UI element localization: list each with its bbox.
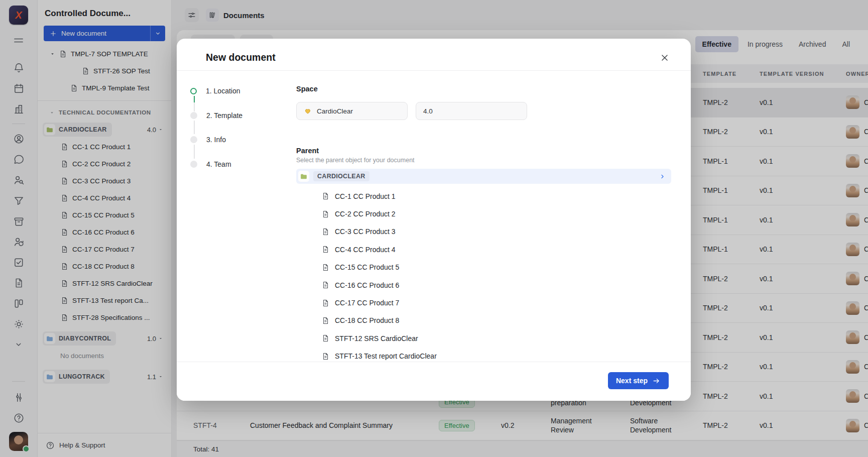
parent-child-item[interactable]: STFT-13 Test report CardioClear (296, 348, 671, 362)
parent-selected-name: CARDIOCLEAR (313, 171, 369, 181)
space-version-value: 4.0 (423, 107, 433, 115)
chevron-right-icon[interactable] (659, 173, 666, 180)
parent-child-item[interactable]: CC-16 CC Product 6 (296, 276, 671, 294)
step-dot (190, 161, 197, 168)
space-version-select[interactable]: 4.0 (416, 102, 527, 120)
child-label: CC-1 CC Product 1 (335, 192, 396, 200)
file-icon (321, 263, 330, 272)
stepper-connector (194, 145, 195, 159)
parent-child-item[interactable]: CC-3 CC Product 3 (296, 223, 671, 241)
space-value: CardioClear (317, 107, 353, 115)
parent-child-item[interactable]: CC-15 CC Product 5 (296, 259, 671, 276)
parent-selected-row[interactable]: CARDIOCLEAR (296, 169, 671, 184)
step-dot (190, 112, 197, 119)
stepper-step[interactable]: 3. Info (190, 136, 226, 144)
parent-child-item[interactable]: STFT-12 SRS CardioClear (296, 329, 671, 347)
parent-child-item[interactable]: CC-17 CC Product 7 (296, 294, 671, 311)
stepper-connector (194, 96, 195, 102)
modal-title: New document (206, 52, 276, 63)
file-icon (321, 227, 330, 236)
child-label: CC-2 CC Product 2 (335, 210, 396, 218)
file-icon (321, 299, 330, 307)
parent-child-item[interactable]: CC-4 CC Product 4 (296, 241, 671, 258)
step-label: 2. Template (206, 111, 242, 120)
stepper-step[interactable]: 2. Template (190, 111, 242, 120)
parent-child-item[interactable]: CC-2 CC Product 2 (296, 205, 671, 222)
stepper-connector (194, 102, 195, 111)
child-label: STFT-13 Test report CardioClear (335, 352, 437, 360)
arrow-right-icon (652, 377, 661, 385)
space-icon (304, 107, 312, 115)
step-dot (190, 88, 197, 94)
step-label: 3. Info (206, 136, 226, 144)
child-label: CC-3 CC Product 3 (335, 227, 396, 236)
stepper-connector (194, 121, 195, 134)
file-icon (321, 316, 330, 325)
step-dot (190, 136, 197, 143)
new-document-modal: New document 1. Location 2. Template 3. … (177, 39, 691, 401)
modal-footer: Next step (177, 362, 691, 401)
file-icon (321, 334, 330, 342)
space-label: Space (296, 85, 318, 93)
child-label: CC-17 CC Product 7 (335, 299, 399, 307)
parent-child-item[interactable]: CC-18 CC Product 8 (296, 312, 671, 329)
file-icon (321, 281, 330, 289)
file-icon (321, 245, 330, 254)
space-select[interactable]: CardioClear (296, 102, 408, 120)
step-label: 1. Location (206, 87, 240, 95)
child-label: CC-18 CC Product 8 (335, 316, 399, 324)
child-label: CC-15 CC Product 5 (335, 263, 399, 271)
parent-label: Parent (296, 147, 319, 155)
stepper-step[interactable]: 1. Location (190, 87, 240, 95)
parent-children-list: CC-1 CC Product 1 CC-2 CC Product 2 CC-3… (296, 187, 671, 362)
file-icon (321, 210, 330, 218)
child-label: STFT-12 SRS CardioClear (335, 334, 418, 342)
close-icon[interactable] (658, 51, 672, 65)
next-step-button[interactable]: Next step (608, 372, 669, 389)
parent-hint: Select the parent object for your docume… (296, 157, 415, 164)
step-label: 4. Team (206, 160, 231, 168)
modal-divider (177, 70, 691, 71)
child-label: CC-4 CC Product 4 (335, 246, 396, 254)
stepper-step[interactable]: 4. Team (190, 160, 231, 168)
folder-icon (300, 172, 308, 180)
file-icon (321, 192, 330, 200)
file-icon (321, 352, 330, 361)
child-label: CC-16 CC Product 6 (335, 281, 399, 289)
parent-child-item[interactable]: CC-1 CC Product 1 (296, 187, 671, 205)
